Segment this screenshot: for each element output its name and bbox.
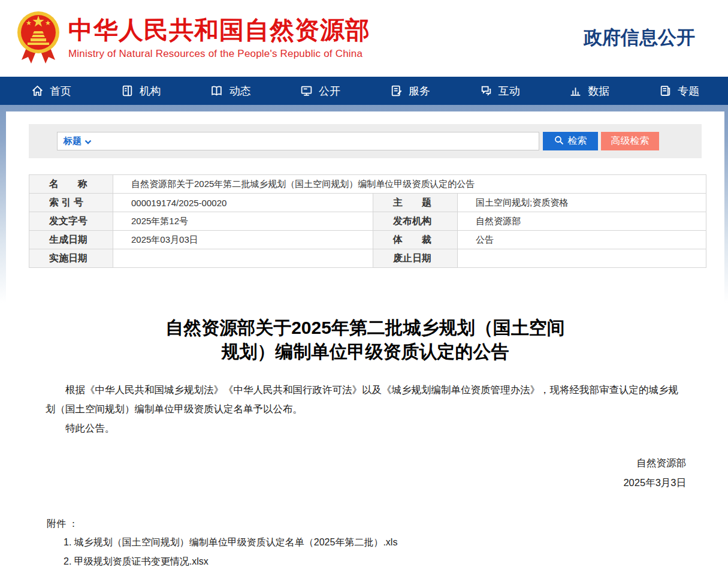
service-icon [390,85,403,97]
meta-value-doc-number: 2025年第12号 [113,212,373,231]
document-meta-table: 名 称 自然资源部关于2025年第二批城乡规划（国土空间规划）编制单位甲级资质认… [29,174,706,268]
search-button[interactable]: 检索 [543,132,598,150]
attachments-label: 附件 ： [47,515,724,533]
meta-label-genre: 体 裁 [373,231,458,249]
meta-value-name: 自然资源部关于2025年第二批城乡规划（国土空间规划）编制单位甲级资质认定的公告 [113,175,706,194]
site-logo-link[interactable] [17,8,60,68]
signature-org: 自然资源部 [6,453,686,473]
nav-label: 专题 [678,84,699,98]
attachment-link-1[interactable]: 1. 城乡规划（国土空间规划）编制单位甲级资质认定名单（2025年第二批）.xl… [64,533,724,552]
search-icon [554,135,564,147]
meta-value-subject: 国土空间规划;资质资格 [458,194,706,212]
attachments-section: 附件 ： 1. 城乡规划（国土空间规划）编制单位甲级资质认定名单（2025年第二… [47,515,724,567]
body-paragraph: 根据《中华人民共和国城乡规划法》《中华人民共和国行政许可法》以及《城乡规划编制单… [46,380,686,418]
document-body: 根据《中华人民共和国城乡规划法》《中华人民共和国行政许可法》以及《城乡规划编制单… [46,380,686,438]
meta-label-index: 索 引 号 [29,194,113,212]
table-row: 生成日期 2025年03月03日 体 裁 公告 [29,231,706,249]
document-title: 自然资源部关于2025年第二批城乡规划（国土空间 规划）编制单位甲级资质认定的公… [132,316,599,364]
meta-label-name: 名 称 [29,175,113,194]
document-title-line1: 自然资源部关于2025年第二批城乡规划（国土空间 [132,316,599,340]
search-bar: 标题 检索 高级检索 [29,124,702,158]
topics-icon [659,85,672,97]
nav-item-org[interactable]: 机构 [121,84,161,98]
nav-label: 数据 [588,84,609,98]
meta-label-issuer: 发布机构 [373,212,458,231]
search-field-label: 标题 [64,135,81,147]
table-row: 发文字号 2025年第12号 发布机构 自然资源部 [29,212,706,231]
page-background: 标题 检索 高级检索 名 称 自然资源部关于2025年第二批城乡 [0,105,728,567]
data-icon [569,85,582,97]
main-nav: 首页 机构 动态 公开 服务 [0,77,728,105]
signature-date: 2025年3月3日 [6,473,686,493]
nav-label: 服务 [409,84,430,98]
disclosure-icon [300,85,313,97]
table-row: 名 称 自然资源部关于2025年第二批城乡规划（国土空间规划）编制单位甲级资质认… [29,175,706,194]
meta-label-repeal-date: 废止日期 [373,249,458,268]
table-row: 索 引 号 000019174/2025-00020 主 题 国土空间规划;资质… [29,194,706,212]
interaction-icon [480,85,493,97]
nav-label: 公开 [319,84,340,98]
site-title: 中华人民共和国自然资源部 [68,17,370,44]
nav-label: 动态 [229,84,250,98]
org-icon [121,85,134,97]
meta-value-genre: 公告 [458,231,706,249]
site-title-block: 中华人民共和国自然资源部 Ministry of Natural Resourc… [68,17,370,60]
news-icon [210,85,223,97]
document-title-line2: 规划）编制单位甲级资质认定的公告 [132,340,599,364]
nav-item-topics[interactable]: 专题 [659,84,699,98]
advanced-search-button[interactable]: 高级检索 [601,132,659,150]
meta-value-index: 000019174/2025-00020 [113,194,373,212]
search-button-label: 检索 [568,135,587,147]
meta-label-created-date: 生成日期 [29,231,113,249]
site-header: 中华人民共和国自然资源部 Ministry of Natural Resourc… [0,0,728,77]
home-icon [31,85,44,97]
nav-item-news[interactable]: 动态 [210,84,250,98]
body-paragraph-closing: 特此公告。 [46,418,686,438]
table-row: 实施日期 废止日期 [29,249,706,268]
search-input[interactable]: 标题 [57,132,539,150]
nav-item-interaction[interactable]: 互动 [480,84,520,98]
meta-label-doc-number: 发文字号 [29,212,113,231]
meta-value-effective-date [113,249,373,268]
nav-item-disclosure[interactable]: 公开 [300,84,340,98]
content-panel: 标题 检索 高级检索 名 称 自然资源部关于2025年第二批城乡 [6,111,724,567]
nav-label: 首页 [50,84,71,98]
attachment-link-2[interactable]: 2. 甲级规划资质证书变更情况.xlsx [64,552,724,567]
signature-block: 自然资源部 2025年3月3日 [6,453,686,493]
meta-label-effective-date: 实施日期 [29,249,113,268]
meta-value-created-date: 2025年03月03日 [113,231,373,249]
nav-item-services[interactable]: 服务 [390,84,430,98]
meta-value-repeal-date [458,249,706,268]
meta-value-issuer: 自然资源部 [458,212,706,231]
site-subtitle: Ministry of Natural Resources of the Peo… [68,48,370,60]
chevron-down-icon [84,136,92,146]
meta-label-subject: 主 题 [373,194,458,212]
national-emblem-icon [17,8,60,68]
nav-label: 互动 [499,84,520,98]
section-title-gov-info[interactable]: 政府信息公开 [584,25,695,50]
search-field-selector[interactable]: 标题 [64,135,92,147]
nav-item-home[interactable]: 首页 [31,84,71,98]
nav-label: 机构 [140,84,161,98]
nav-item-data[interactable]: 数据 [569,84,609,98]
